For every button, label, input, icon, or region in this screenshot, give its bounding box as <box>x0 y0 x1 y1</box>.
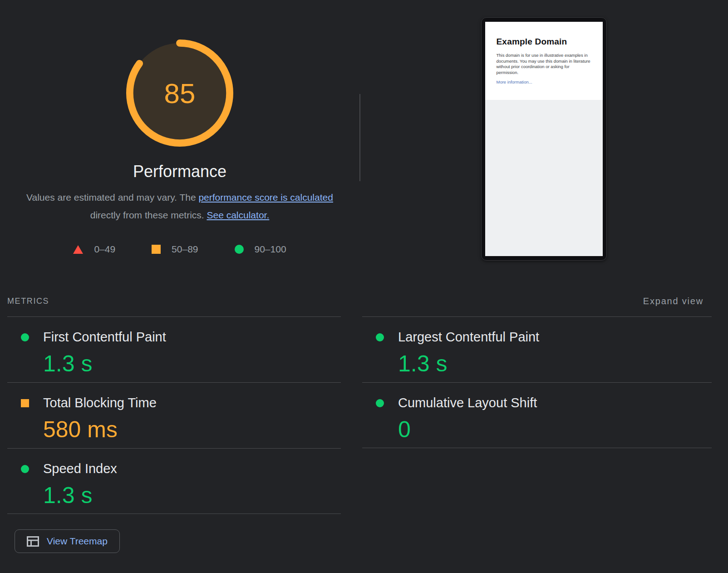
metrics-column-left: First Contentful Paint 1.3 s Total Block… <box>7 316 341 553</box>
metric-value: 1.3 s <box>398 351 539 377</box>
score-legend: 0–49 50–89 90–100 <box>73 244 286 255</box>
see-calculator-link[interactable]: See calculator. <box>207 210 269 220</box>
metrics-section-title: METRICS <box>7 296 49 306</box>
view-treemap-label: View Treemap <box>47 536 108 547</box>
screenshot-page: Example Domain This domain is for use in… <box>485 22 603 256</box>
legend-item-average: 50–89 <box>152 244 198 255</box>
metrics-header: METRICS Expand view <box>0 296 728 306</box>
average-range-label: 50–89 <box>172 244 198 255</box>
pass-circle-icon <box>376 333 384 341</box>
metric-row-first-contentful-paint: First Contentful Paint 1.3 s <box>7 316 341 382</box>
fail-triangle-icon <box>73 245 83 254</box>
performance-title: Performance <box>133 162 226 181</box>
metric-row-speed-index: Speed Index 1.3 s <box>7 448 341 514</box>
metric-row-cumulative-layout-shift: Cumulative Layout Shift 0 <box>362 382 712 448</box>
page-screenshot-thumbnail: Example Domain This domain is for use in… <box>481 17 607 261</box>
metric-value: 0 <box>398 416 537 443</box>
metric-value: 1.3 s <box>43 351 166 377</box>
legend-item-pass: 90–100 <box>235 244 286 255</box>
expand-view-button[interactable]: Expand view <box>643 296 703 306</box>
pass-range-label: 90–100 <box>255 244 286 255</box>
pass-circle-icon <box>21 333 29 341</box>
metric-label: Largest Contentful Paint <box>398 330 539 345</box>
screenshot-page-content: Example Domain This domain is for use in… <box>485 22 603 100</box>
average-square-icon <box>21 399 29 407</box>
performance-score-value: 85 <box>126 40 233 147</box>
disclaimer-text-middle: directly from these metrics. <box>90 210 207 220</box>
average-square-icon <box>152 245 161 254</box>
metric-label: Total Blocking Time <box>43 395 157 410</box>
metric-label: Speed Index <box>43 461 117 476</box>
screenshot-page-heading: Example Domain <box>497 37 592 47</box>
screenshot-column: Example Domain This domain is for use in… <box>359 0 728 261</box>
pass-circle-icon <box>235 245 244 254</box>
treemap-icon <box>27 536 39 547</box>
fail-range-label: 0–49 <box>94 244 115 255</box>
performance-gauge: 85 <box>126 40 233 147</box>
disclaimer-text: Values are estimated and may vary. The p… <box>20 188 340 224</box>
vertical-divider <box>359 94 360 181</box>
performance-score-column: 85 Performance Values are estimated and … <box>0 0 359 261</box>
metric-label: First Contentful Paint <box>43 330 166 345</box>
screenshot-page-body: This domain is for use in illustrative e… <box>497 53 592 75</box>
metric-value: 580 ms <box>43 416 157 443</box>
performance-score-calculated-link[interactable]: performance score is calculated <box>198 192 333 203</box>
view-treemap-button[interactable]: View Treemap <box>15 529 120 553</box>
metric-row-largest-contentful-paint: Largest Contentful Paint 1.3 s <box>362 316 712 382</box>
metrics-column-right: Largest Contentful Paint 1.3 s Cumulativ… <box>362 316 712 553</box>
disclaimer-text-before: Values are estimated and may vary. The <box>26 192 198 203</box>
pass-circle-icon <box>21 465 29 473</box>
metrics-grid: First Contentful Paint 1.3 s Total Block… <box>7 316 712 553</box>
screenshot-more-information-link: More information... <box>497 79 592 84</box>
pass-circle-icon <box>376 399 384 407</box>
legend-item-fail: 0–49 <box>73 244 115 255</box>
metric-row-total-blocking-time: Total Blocking Time 580 ms <box>7 382 341 448</box>
score-section: 85 Performance Values are estimated and … <box>0 0 728 261</box>
metric-value: 1.3 s <box>43 482 117 509</box>
metric-label: Cumulative Layout Shift <box>398 395 537 410</box>
